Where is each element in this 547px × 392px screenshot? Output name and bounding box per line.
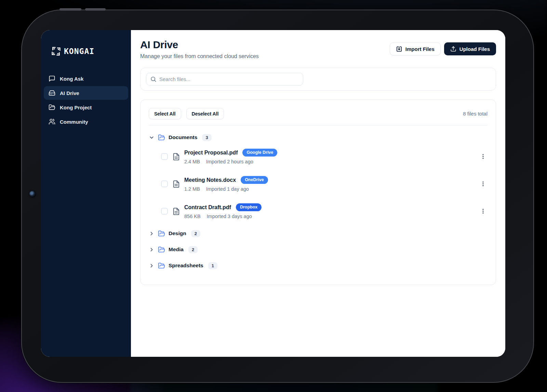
file-size: 856 KB <box>184 214 201 219</box>
file-info: Contract Draft.pdf Dropbox 856 KB Import… <box>184 203 262 219</box>
group-header-media[interactable]: Media 2 <box>149 245 488 254</box>
app-root: KONGAI Kong Ask AI Drive Kong Project <box>41 30 505 357</box>
main-content: AI Drive Manage your files from connecte… <box>131 30 505 357</box>
file-row: Project Proposal.pdf Google Drive 2.4 MB… <box>161 146 488 167</box>
group-name: Documents <box>169 134 197 140</box>
file-name: Project Proposal.pdf <box>184 150 238 156</box>
sidebar-item-kong-project[interactable]: Kong Project <box>44 100 128 114</box>
upload-files-button[interactable]: Upload Files <box>444 42 496 55</box>
tablet-frame: KONGAI Kong Ask AI Drive Kong Project <box>21 10 534 383</box>
import-icon <box>396 46 402 52</box>
import-files-button[interactable]: Import Files <box>390 42 441 55</box>
sidebar-item-label: AI Drive <box>60 90 79 96</box>
group-header-spreadsheets[interactable]: Spreadsheets 1 <box>149 261 488 270</box>
page-title: AI Drive <box>140 39 259 51</box>
search-input[interactable] <box>146 73 303 85</box>
source-badge: OneDrive <box>241 176 268 184</box>
chat-icon <box>49 75 55 82</box>
drive-icon <box>49 90 55 96</box>
files-toolbar: Select All Deselect All 8 files total <box>149 108 488 119</box>
deselect-all-button[interactable]: Deselect All <box>186 108 224 119</box>
files-card: Select All Deselect All 8 files total Do… <box>140 99 496 285</box>
chevron-right-icon <box>149 247 155 253</box>
volume-button <box>59 8 81 11</box>
file-imported: Imported 3 days ago <box>207 214 252 219</box>
file-name: Contract Draft.pdf <box>184 204 231 211</box>
file-row: Contract Draft.pdf Dropbox 856 KB Import… <box>161 201 488 222</box>
sidebar-item-ai-drive[interactable]: AI Drive <box>44 86 128 100</box>
folder-open-icon <box>158 230 165 237</box>
file-checkbox[interactable] <box>161 153 168 160</box>
source-badge: Google Drive <box>242 149 277 157</box>
import-files-label: Import Files <box>405 46 435 52</box>
group-count-badge: 2 <box>188 246 198 253</box>
chevron-right-icon <box>149 263 155 269</box>
community-icon <box>49 118 55 125</box>
file-info: Meeting Notes.docx OneDrive 1.2 MB Impor… <box>184 176 268 192</box>
header-actions: Import Files Upload Files <box>390 42 496 55</box>
page-header: AI Drive Manage your files from connecte… <box>140 39 496 59</box>
file-name: Meeting Notes.docx <box>184 177 236 183</box>
group-count-badge: 3 <box>202 134 211 141</box>
file-row: Meeting Notes.docx OneDrive 1.2 MB Impor… <box>161 173 488 194</box>
chevron-right-icon <box>149 231 155 236</box>
sidebar-item-label: Kong Ask <box>60 76 83 82</box>
group-header-design[interactable]: Design 2 <box>149 229 488 238</box>
source-badge: Dropbox <box>236 203 262 211</box>
brand-logo: KONGAI <box>44 46 128 56</box>
search-icon <box>150 76 157 82</box>
page-header-text: AI Drive Manage your files from connecte… <box>140 39 259 59</box>
group-count-badge: 2 <box>191 230 200 237</box>
tablet-screen: KONGAI Kong Ask AI Drive Kong Project <box>41 30 505 357</box>
kebab-menu-icon[interactable] <box>479 179 488 188</box>
group-header-documents[interactable]: Documents 3 <box>149 133 488 142</box>
upload-icon <box>450 46 456 52</box>
page-subtitle: Manage your files from connected cloud s… <box>140 53 259 59</box>
folder-open-icon <box>158 262 165 269</box>
group-files-documents: Project Proposal.pdf Google Drive 2.4 MB… <box>161 146 488 222</box>
sidebar-nav: Kong Ask AI Drive Kong Project Community <box>44 72 128 129</box>
kebab-menu-icon[interactable] <box>479 207 488 216</box>
upload-files-label: Upload Files <box>459 46 490 52</box>
group-name: Design <box>169 230 186 236</box>
file-text-icon <box>172 153 180 161</box>
group-name: Spreadsheets <box>169 262 203 269</box>
front-camera <box>29 191 36 198</box>
brand-name: KONGAI <box>64 47 94 56</box>
file-checkbox[interactable] <box>161 180 168 187</box>
file-size: 2.4 MB <box>184 159 200 164</box>
file-size: 1.2 MB <box>184 186 200 192</box>
pinwheel-icon <box>51 46 61 56</box>
file-imported: Imported 2 hours ago <box>206 159 253 164</box>
file-checkbox[interactable] <box>161 208 168 215</box>
sidebar-item-kong-ask[interactable]: Kong Ask <box>44 72 128 85</box>
sidebar-item-label: Kong Project <box>60 105 92 110</box>
search-card <box>140 68 496 91</box>
kebab-menu-icon[interactable] <box>479 152 488 161</box>
volume-button <box>85 8 106 11</box>
sidebar-item-community[interactable]: Community <box>44 115 128 129</box>
file-text-icon <box>172 180 180 188</box>
folder-open-icon <box>158 246 165 253</box>
file-text-icon <box>172 207 180 215</box>
group-count-badge: 1 <box>208 262 217 269</box>
chevron-down-icon <box>149 135 155 140</box>
group-name: Media <box>169 246 184 253</box>
folder-open-icon <box>158 134 165 141</box>
select-all-button[interactable]: Select All <box>149 108 181 119</box>
sidebar: KONGAI Kong Ask AI Drive Kong Project <box>41 30 131 357</box>
files-total: 8 files total <box>463 111 488 117</box>
file-info: Project Proposal.pdf Google Drive 2.4 MB… <box>184 149 277 164</box>
search-box <box>146 73 303 85</box>
sidebar-item-label: Community <box>60 119 88 125</box>
divider <box>149 125 488 125</box>
file-imported: Imported 1 day ago <box>206 186 249 192</box>
folder-icon <box>49 104 55 111</box>
